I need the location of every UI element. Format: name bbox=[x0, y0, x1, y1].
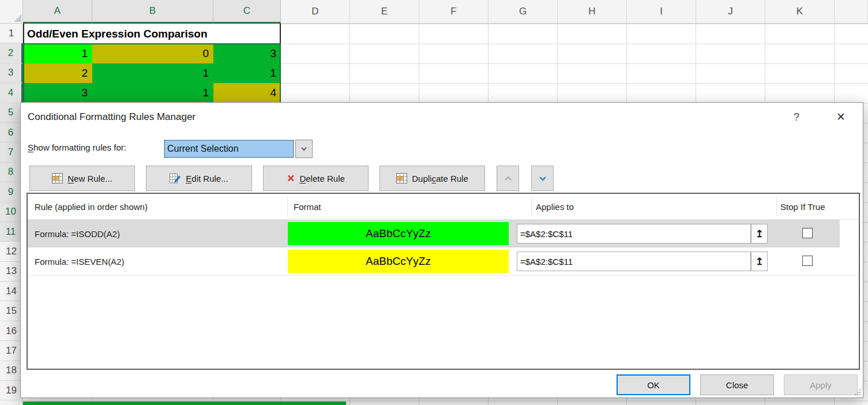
delete-x-icon: ✕ bbox=[287, 172, 295, 185]
col-header-C[interactable]: C bbox=[213, 0, 281, 24]
row-headers: 1 2 3 4 5 6 7 8 9 10 11 12 13 14 15 16 1… bbox=[0, 24, 23, 405]
col-header-E[interactable]: E bbox=[350, 0, 419, 24]
col-header-B[interactable]: B bbox=[92, 0, 213, 24]
resize-grip[interactable] bbox=[854, 389, 861, 396]
scope-dropdown-value[interactable]: Current Selection bbox=[164, 140, 294, 158]
row-header-6[interactable]: 6 bbox=[0, 123, 23, 142]
delete-rule-button[interactable]: ✕ Delete Rule bbox=[263, 166, 369, 191]
rules-list: Rule (applied in order shown) Format App… bbox=[27, 193, 860, 370]
col-header-H[interactable]: H bbox=[558, 0, 627, 24]
row-header-12[interactable]: 12 bbox=[0, 242, 23, 261]
stop-if-true-checkbox[interactable] bbox=[802, 228, 813, 238]
row-header-7[interactable]: 7 bbox=[0, 142, 23, 162]
rule-description: Formula: =ISEVEN(A2) bbox=[35, 247, 124, 275]
stop-if-true-column-header: Stop If True bbox=[780, 194, 825, 219]
edit-rule-button[interactable]: Edit Rule... bbox=[146, 166, 252, 191]
select-all-corner[interactable] bbox=[0, 0, 23, 24]
row-header-3[interactable]: 3 bbox=[0, 63, 23, 83]
row-header-9[interactable]: 9 bbox=[0, 182, 23, 202]
rule-row-isodd[interactable]: Formula: =ISODD(A2) AaBbCcYyZz =$A$2:$C$… bbox=[28, 220, 859, 247]
row-header-4[interactable]: 4 bbox=[0, 83, 23, 103]
cell-A4[interactable]: 3 bbox=[23, 83, 92, 103]
row-header-13[interactable]: 13 bbox=[0, 262, 23, 282]
sheet-row-2: 1 0 3 bbox=[23, 43, 281, 63]
cell-C2[interactable]: 3 bbox=[213, 43, 281, 63]
col-header-filler bbox=[835, 0, 868, 24]
close-button[interactable]: Close bbox=[700, 374, 774, 395]
cell-B4[interactable]: 1 bbox=[92, 83, 213, 103]
col-header-I[interactable]: I bbox=[627, 0, 696, 24]
rule-column-header: Rule (applied in order shown) bbox=[35, 194, 148, 219]
new-rule-table-icon bbox=[52, 173, 63, 183]
collapse-dialog-range-icon[interactable]: ↥ bbox=[751, 252, 768, 271]
row-header-5[interactable]: 5 bbox=[0, 103, 23, 123]
ok-button[interactable]: OK bbox=[617, 374, 690, 395]
edit-rule-pencil-icon bbox=[170, 173, 181, 183]
apply-button[interactable]: Apply bbox=[784, 374, 858, 395]
duplicate-rule-table-icon bbox=[396, 173, 407, 183]
row-header-2[interactable]: 2 bbox=[0, 43, 23, 63]
rule-row-iseven[interactable]: Formula: =ISEVEN(A2) AaBbCcYyZz =$A$2:$C… bbox=[28, 247, 859, 276]
scope-dropdown-arrow-button[interactable] bbox=[295, 140, 313, 158]
col-header-K[interactable]: K bbox=[765, 0, 835, 24]
collapse-dialog-range-icon[interactable]: ↥ bbox=[751, 224, 768, 243]
col-header-G[interactable]: G bbox=[489, 0, 558, 24]
applies-to-column-header: Applies to bbox=[536, 194, 574, 219]
format-column-header: Format bbox=[294, 194, 321, 219]
close-icon[interactable]: ✕ bbox=[833, 108, 849, 125]
cell-C4[interactable]: 4 bbox=[213, 83, 281, 103]
row-header-8[interactable]: 8 bbox=[0, 163, 23, 182]
show-formatting-rules-label: Show formatting rules for: bbox=[28, 142, 126, 152]
rule-description: Formula: =ISODD(A2) bbox=[35, 220, 120, 247]
new-rule-button[interactable]: New Rule... bbox=[29, 166, 135, 191]
applies-to-input[interactable]: =$A$2:$C$11 bbox=[517, 252, 751, 271]
applies-to-input[interactable]: =$A$2:$C$11 bbox=[517, 224, 751, 243]
row-header-1[interactable]: 1 bbox=[0, 24, 23, 43]
duplicate-rule-button[interactable]: Duplicate Rule bbox=[379, 166, 485, 191]
row-header-11[interactable]: 11 bbox=[0, 222, 23, 242]
col-header-J[interactable]: J bbox=[696, 0, 765, 24]
dialog-title: Conditional Formatting Rules Manager bbox=[28, 111, 196, 123]
row-header-15[interactable]: 15 bbox=[0, 301, 23, 321]
sheet-row-3: 2 1 1 bbox=[23, 63, 281, 83]
cell-B3[interactable]: 1 bbox=[92, 63, 213, 83]
row-header-16[interactable]: 16 bbox=[0, 321, 23, 341]
col-header-F[interactable]: F bbox=[419, 0, 489, 24]
conditional-formatting-rules-manager-dialog: Conditional Formatting Rules Manager ? ✕… bbox=[20, 102, 863, 398]
cell-A1-title[interactable]: Odd/Even Expression Comparison bbox=[23, 24, 281, 44]
chevron-up-icon bbox=[504, 176, 512, 181]
row-header-10[interactable]: 10 bbox=[0, 202, 23, 222]
scope-dropdown: Current Selection bbox=[164, 140, 313, 158]
move-rule-up-button[interactable] bbox=[497, 166, 519, 191]
col-header-D[interactable]: D bbox=[281, 0, 350, 24]
column-headers: A B C D E F G H I J K bbox=[0, 0, 868, 24]
chevron-down-icon bbox=[539, 176, 547, 181]
row-header-19[interactable]: 19 bbox=[0, 381, 23, 400]
row-header-20[interactable]: 20 bbox=[0, 400, 23, 405]
help-icon[interactable]: ? bbox=[789, 110, 804, 125]
format-preview-swatch: AaBbCcYyZz bbox=[288, 250, 509, 273]
cell-A2[interactable]: 1 bbox=[23, 43, 92, 63]
cell-C3[interactable]: 1 bbox=[213, 63, 281, 83]
row-header-14[interactable]: 14 bbox=[0, 282, 23, 301]
stop-if-true-checkbox[interactable] bbox=[802, 256, 813, 266]
cell-B2[interactable]: 0 bbox=[92, 43, 213, 63]
format-preview-swatch: AaBbCcYyZz bbox=[288, 222, 509, 245]
row-header-17[interactable]: 17 bbox=[0, 341, 23, 361]
chevron-down-icon bbox=[300, 147, 307, 151]
sheet-row-4: 3 1 4 bbox=[23, 83, 281, 103]
move-rule-down-button[interactable] bbox=[531, 166, 554, 191]
rules-list-header: Rule (applied in order shown) Format App… bbox=[28, 194, 859, 220]
cell-A3[interactable]: 2 bbox=[23, 63, 92, 83]
row-header-18[interactable]: 18 bbox=[0, 361, 23, 381]
row-20-partial-cells bbox=[23, 402, 346, 405]
col-header-A[interactable]: A bbox=[23, 0, 92, 24]
